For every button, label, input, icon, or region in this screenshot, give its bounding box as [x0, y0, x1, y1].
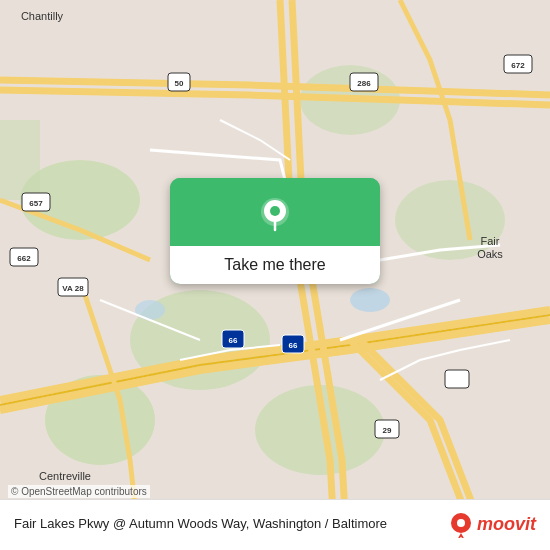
svg-text:50: 50 [175, 79, 184, 88]
svg-rect-7 [0, 120, 40, 200]
svg-text:29: 29 [383, 426, 392, 435]
svg-point-42 [457, 519, 465, 527]
svg-text:662: 662 [17, 254, 31, 263]
navigation-card[interactable]: Take me there [170, 178, 380, 284]
moovit-pin-icon [447, 510, 475, 538]
location-name: Fair Lakes Pkwy @ Autumn Woods Way, Wash… [14, 515, 437, 533]
map-attribution: © OpenStreetMap contributors [8, 485, 150, 498]
svg-point-8 [350, 288, 390, 312]
svg-text:657: 657 [29, 199, 43, 208]
card-label-text: Take me there [170, 246, 380, 284]
svg-text:Oaks: Oaks [477, 248, 503, 260]
svg-point-40 [270, 206, 280, 216]
location-pin-icon [255, 194, 295, 234]
card-icon-area [170, 178, 380, 246]
svg-text:Fair: Fair [481, 235, 500, 247]
svg-point-9 [135, 300, 165, 320]
svg-text:672: 672 [511, 61, 525, 70]
svg-text:286: 286 [357, 79, 371, 88]
svg-text:VA 28: VA 28 [62, 284, 84, 293]
location-card: Fair Lakes Pkwy @ Autumn Woods Way, Wash… [0, 499, 550, 550]
moovit-logo: moovit [447, 510, 536, 538]
svg-text:Centreville: Centreville [39, 470, 91, 482]
moovit-logo-text: moovit [477, 514, 536, 535]
svg-text:66: 66 [289, 341, 298, 350]
svg-text:66: 66 [229, 336, 238, 345]
map-container: 50 286 66 66 29 29 657 662 VA 28 286 286… [0, 0, 550, 550]
take-me-there-button[interactable]: Take me there [170, 178, 380, 284]
svg-text:Chantilly: Chantilly [21, 10, 64, 22]
svg-text:29: 29 [453, 376, 462, 385]
